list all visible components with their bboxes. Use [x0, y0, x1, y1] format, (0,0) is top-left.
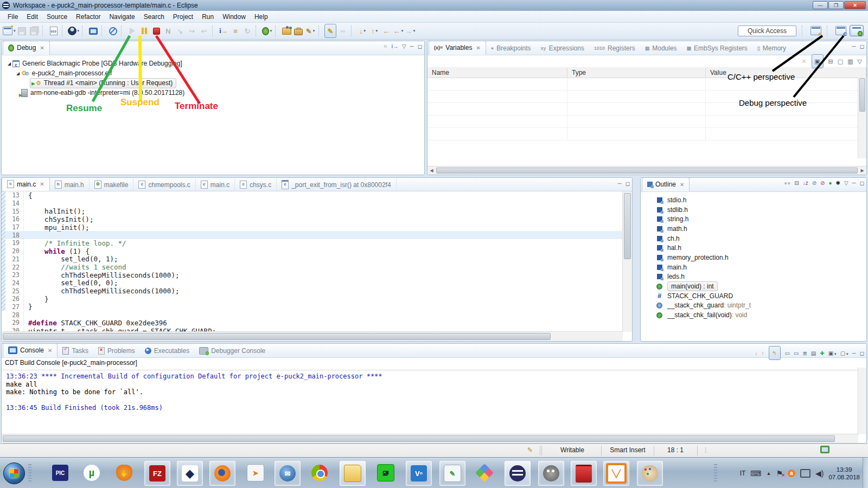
variables-vertical-scrollbar[interactable]: [858, 77, 866, 158]
taskbar-virtualbox-icon[interactable]: ◆: [177, 461, 203, 486]
expander-icon[interactable]: ◢: [6, 61, 12, 66]
menu-edit[interactable]: Edit: [22, 12, 42, 22]
outline-item[interactable]: leds.h: [641, 272, 866, 282]
menu-help[interactable]: Help: [250, 12, 272, 22]
step-over-icon[interactable]: ↪: [187, 24, 197, 37]
user-profile-icon[interactable]: ▾: [68, 24, 80, 37]
close-window-button[interactable]: ✕: [844, 1, 866, 9]
code-line-21[interactable]: 21 set_led(0, 1);: [2, 255, 623, 264]
maximize-icon[interactable]: ◻: [860, 43, 864, 49]
variables-table-row[interactable]: [427, 78, 866, 91]
variables-table-row[interactable]: [427, 115, 866, 128]
search-icon[interactable]: ✎▾: [305, 24, 316, 37]
resume-icon[interactable]: [127, 24, 138, 37]
forward-icon[interactable]: →▾: [405, 24, 416, 37]
tab-debugger-console[interactable]: Debugger Console: [194, 344, 270, 357]
last-edit-location-icon[interactable]: ←: [381, 24, 392, 37]
close-icon[interactable]: ✕: [40, 181, 44, 187]
code-line-13[interactable]: 13{: [2, 191, 623, 200]
taskbar-palette-icon[interactable]: [637, 461, 663, 486]
outline-item[interactable]: string.h: [641, 214, 866, 224]
minimize-icon[interactable]: ─: [410, 43, 414, 49]
outline-item[interactable]: memory_protection.h: [641, 253, 866, 262]
skip-breakpoints-icon[interactable]: [107, 24, 118, 37]
code-line-15[interactable]: 15 halInit();: [2, 207, 623, 215]
code-line-20[interactable]: 20 while (1) {: [2, 247, 623, 255]
tab-outline[interactable]: Outline ✕: [642, 177, 690, 191]
terminate-console-icon[interactable]: ▭: [785, 350, 790, 356]
tab-variables[interactable]: (x)=Variables✕: [429, 41, 486, 55]
column-header-type[interactable]: Type: [567, 68, 706, 78]
tab-problems[interactable]: Problems: [93, 344, 140, 357]
disconnect-icon[interactable]: N: [163, 24, 174, 37]
variables-horizontal-scrollbar[interactable]: ◀ ▶: [427, 166, 866, 175]
tray-language[interactable]: IT: [740, 470, 746, 477]
taskbar-frame-app-icon[interactable]: ╲╱: [603, 461, 629, 486]
show-type-names-icon[interactable]: ✕: [801, 58, 806, 65]
taskbar-utorrent-icon[interactable]: µ: [79, 461, 104, 485]
scroll-left-icon[interactable]: ◀: [427, 166, 436, 175]
tab-memory[interactable]: ▯Memory: [752, 42, 791, 55]
code-line-25[interactable]: 25 chThdSleepMilliseconds(1000);: [2, 287, 623, 295]
debug-perspective-button[interactable]: [850, 25, 864, 36]
maximize-window-button[interactable]: ❐: [828, 1, 844, 9]
copy-variables-icon[interactable]: ▥: [847, 58, 853, 65]
menu-search[interactable]: Search: [139, 12, 169, 22]
selected-outline-item[interactable]: main(void) : int: [667, 281, 718, 291]
outline-item[interactable]: stdio.h: [641, 195, 866, 205]
taskbar-notepad-icon[interactable]: ✎: [439, 461, 465, 486]
console-vertical-scrollbar[interactable]: [858, 368, 866, 434]
instruction-stepping-toggle-icon[interactable]: i→: [392, 43, 398, 49]
outline-item[interactable]: __stack_chk_guard : uintptr_t: [641, 301, 866, 311]
code-line-27[interactable]: 27}: [2, 303, 623, 311]
taskbar-document-icon[interactable]: ➤: [243, 461, 268, 485]
console-notification-icon[interactable]: [820, 446, 829, 455]
tray-avast-icon[interactable]: a: [788, 470, 795, 477]
close-icon[interactable]: ✕: [680, 182, 684, 188]
tab-modules[interactable]: ▤Modules: [640, 42, 682, 55]
code-line-19[interactable]: 19 /* Infinite loop. */: [2, 239, 623, 247]
taskbar-toolbox-icon[interactable]: [571, 461, 597, 486]
open-type-icon[interactable]: [281, 24, 292, 37]
code-line-28[interactable]: 28: [2, 311, 623, 319]
expander-icon[interactable]: ◢: [15, 71, 21, 76]
quick-access-button[interactable]: Quick Access: [738, 25, 796, 36]
maximize-icon[interactable]: ◻: [860, 350, 864, 356]
show-console-on-output-icon[interactable]: ↰: [769, 346, 781, 360]
menu-source[interactable]: Source: [42, 12, 72, 22]
open-console-icon[interactable]: [88, 24, 99, 37]
code-line-17[interactable]: 17 mpu_init();: [2, 223, 623, 232]
scroll-lock-icon[interactable]: ▤: [811, 350, 816, 356]
title-bar[interactable]: Workspace - e-puck2_main-processor-templ…: [0, 0, 868, 11]
collapse-all-icon[interactable]: ⊟: [828, 58, 833, 65]
tray-volume-icon[interactable]: ◀): [815, 469, 824, 478]
prev-annotation-icon[interactable]: ↑▾: [369, 24, 380, 37]
tab-registers[interactable]: 1010Registers: [589, 42, 640, 55]
minimize-window-button[interactable]: —: [813, 1, 828, 9]
editor-tab-6[interactable]: c_port_exit_from_isr() at 0x80002f4: [277, 178, 396, 191]
menu-project[interactable]: Project: [169, 12, 197, 22]
outline-item[interactable]: #STACK_CHK_GUARD: [641, 291, 866, 301]
debug-launch-icon[interactable]: ▾: [261, 24, 272, 37]
new-view-icon[interactable]: ▢: [838, 58, 843, 65]
menu-run[interactable]: Run: [197, 12, 218, 22]
step-filters-icon[interactable]: ≡: [230, 24, 241, 37]
hide-non-public-icon[interactable]: ✱: [836, 180, 840, 186]
outline-item[interactable]: __stack_chk_fail(void) : void: [641, 310, 866, 320]
open-element-icon[interactable]: ◦◦: [337, 24, 348, 37]
close-icon[interactable]: ✕: [40, 45, 44, 51]
focus-icon[interactable]: ●●: [784, 180, 790, 186]
instruction-stepping-icon[interactable]: i: [218, 24, 229, 37]
editor-horizontal-scrollbar[interactable]: [2, 331, 623, 341]
taskbar-gimp-icon[interactable]: [538, 461, 564, 486]
column-header-name[interactable]: Name: [427, 68, 567, 78]
view-menu-icon[interactable]: ▽: [858, 58, 862, 65]
code-line-29[interactable]: 29#define STACK_CHK_GUARD 0xe2dee396: [2, 319, 623, 327]
selected-tree-item[interactable]: Thread #1 <main> (Running : User Request…: [30, 78, 176, 88]
mark-occurrences-icon[interactable]: ✎: [324, 24, 336, 38]
code-line-18[interactable]: 18: [2, 231, 623, 239]
tab-debug[interactable]: Debug ✕: [3, 41, 50, 55]
tab-executables[interactable]: Executables: [140, 344, 194, 357]
maximize-icon[interactable]: ◻: [860, 180, 864, 186]
outline-item[interactable]: stdlib.h: [641, 205, 866, 215]
